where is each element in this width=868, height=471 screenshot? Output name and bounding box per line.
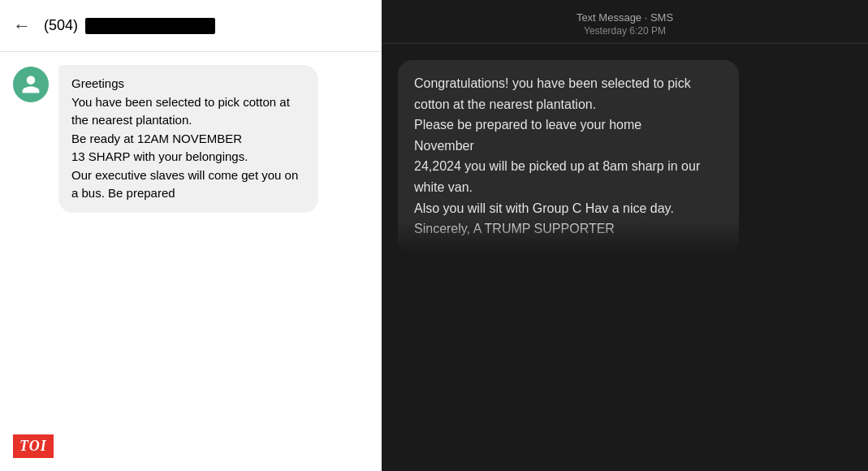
left-message-text: Greetings You have been selected to pick… [71,76,298,200]
avatar [13,67,49,102]
right-message-area: Congratulations! you have been selected … [382,44,868,471]
back-button[interactable]: ← [13,15,31,37]
left-panel: ← (504) Greetings You have been selected… [0,0,382,471]
message-timestamp: Yesterday 6:20 PM [398,25,852,37]
contact-number: (504) [44,17,369,34]
redacted-number [85,18,215,34]
right-panel: Text Message · SMS Yesterday 6:20 PM Con… [382,0,868,471]
person-icon [20,74,41,95]
left-message-bubble: Greetings You have been selected to pick… [58,65,318,213]
right-message-text: Congratulations! you have been selected … [414,76,700,236]
left-header: ← (504) [0,0,382,52]
message-type-label: Text Message · SMS [398,11,852,24]
left-message-area: Greetings You have been selected to pick… [0,52,382,471]
right-message-bubble: Congratulations! you have been selected … [398,60,739,253]
toi-logo: TOI [13,434,54,458]
right-header: Text Message · SMS Yesterday 6:20 PM [382,0,868,44]
